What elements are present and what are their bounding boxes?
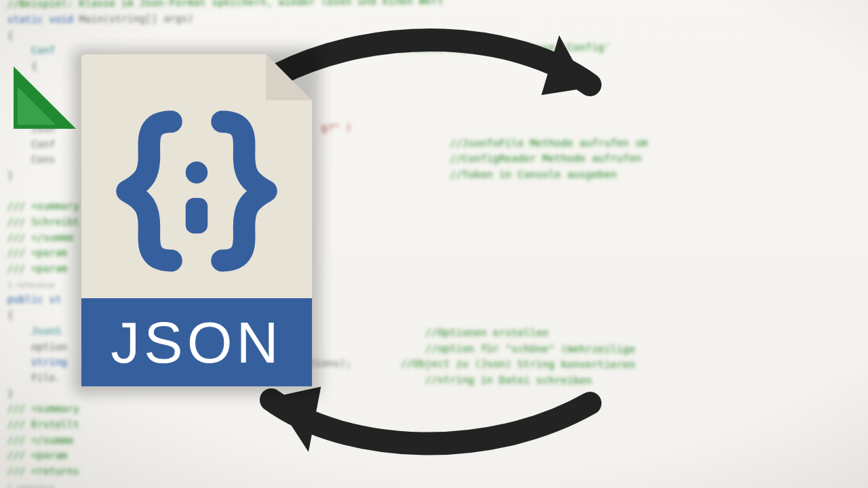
- svg-rect-3: [186, 198, 208, 234]
- thumbnail-stage: Event(Sel).Next(prev).Object internal cl…: [0, 0, 868, 488]
- curly-braces-icon: [81, 103, 312, 279]
- json-band-label: JSON: [111, 309, 282, 376]
- json-band: JSON: [81, 298, 312, 386]
- json-page-fold: [266, 54, 312, 100]
- svg-point-2: [186, 161, 208, 184]
